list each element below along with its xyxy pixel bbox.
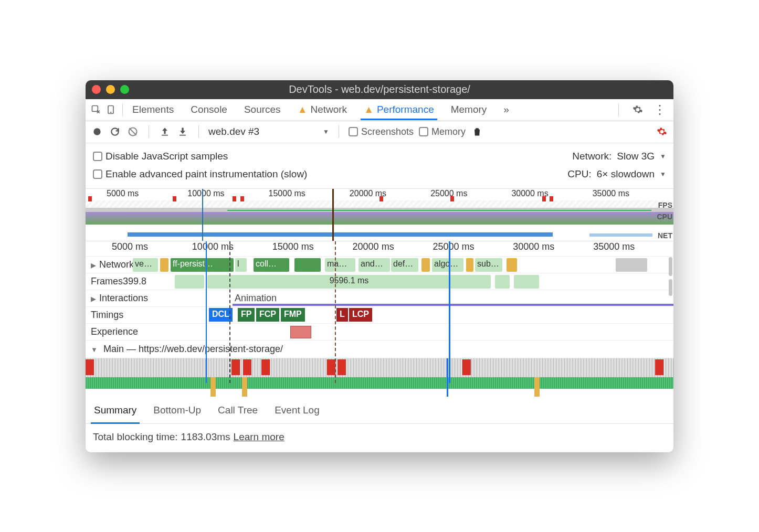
details-tabs: Summary Bottom-Up Call Tree Event Log xyxy=(86,397,673,424)
warning-icon: ▲ xyxy=(364,104,374,115)
timing-marker-fcp[interactable]: FCP xyxy=(256,308,279,322)
timing-marker-fp[interactable]: FP xyxy=(238,308,255,322)
timing-marker-lcp[interactable]: LCP xyxy=(349,308,372,322)
main-thread-header[interactable]: ▼ Main — https://web.dev/persistent-stor… xyxy=(86,340,673,358)
svg-point-3 xyxy=(93,128,100,135)
tab-summary[interactable]: Summary xyxy=(93,401,138,419)
tab-console[interactable]: Console xyxy=(189,100,228,120)
overview-lane-labels: FPS CPU NET xyxy=(657,199,672,241)
tab-event-log[interactable]: Event Log xyxy=(273,401,321,419)
tbt-label: Total blocking time: xyxy=(93,431,178,443)
reload-record-button[interactable] xyxy=(109,125,121,138)
capture-settings-gear-icon[interactable] xyxy=(656,125,668,138)
frames-track[interactable]: Frames399.8 ms 9596.1 ms xyxy=(86,273,673,290)
screenshots-checkbox[interactable]: Screenshots xyxy=(349,126,414,137)
net-overview-bar xyxy=(589,233,652,237)
tab-sources[interactable]: Sources xyxy=(243,100,282,120)
dropdown-triangle-icon: ▼ xyxy=(660,153,666,160)
tab-call-tree[interactable]: Call Tree xyxy=(217,401,259,419)
flamechart-pane[interactable]: 5000 ms10000 ms15000 ms20000 ms25000 ms3… xyxy=(86,241,673,397)
network-track[interactable]: ▶Network ve… ff-persist… l coll… ma… and… xyxy=(86,256,673,273)
experience-track[interactable]: Experience xyxy=(86,323,673,340)
main-flamechart[interactable] xyxy=(86,358,673,397)
window-titlebar: DevTools - web.dev/persistent-storage/ xyxy=(86,80,673,99)
tab-memory[interactable]: Memory xyxy=(450,100,488,120)
settings-gear-icon[interactable] xyxy=(630,102,645,117)
flamechart-ruler: 5000 ms10000 ms15000 ms20000 ms25000 ms3… xyxy=(86,241,673,256)
inspect-element-icon[interactable] xyxy=(89,102,103,117)
window-title: DevTools - web.dev/persistent-storage/ xyxy=(86,83,673,95)
tab-network[interactable]: ▲Network xyxy=(297,100,349,120)
summary-pane: Total blocking time: 1183.03ms Learn mor… xyxy=(86,424,673,452)
cpu-throttle-select[interactable]: CPU: 6× slowdown ▼ xyxy=(567,168,666,180)
timing-marker-fmp[interactable]: FMP xyxy=(281,308,305,322)
record-button[interactable] xyxy=(91,125,103,138)
net-overview-bar xyxy=(128,232,553,237)
devtools-tabbar: Elements Console Sources ▲Network ▲Perfo… xyxy=(86,99,673,121)
warning-icon: ▲ xyxy=(298,104,308,115)
network-throttle-select[interactable]: Network: Slow 3G ▼ xyxy=(572,151,666,162)
timings-track[interactable]: Timings DCLFPFCPFMPLLCP xyxy=(86,306,673,323)
scrollbar-thumb[interactable] xyxy=(669,279,672,296)
tab-performance[interactable]: ▲Performance xyxy=(363,100,435,120)
save-profile-icon[interactable] xyxy=(176,125,189,138)
svg-rect-7 xyxy=(180,135,186,136)
learn-more-link[interactable]: Learn more xyxy=(234,431,284,443)
expand-toggle-icon[interactable]: ▶ xyxy=(91,261,96,269)
tab-bottom-up[interactable]: Bottom-Up xyxy=(152,401,202,419)
disable-js-checkbox[interactable]: Disable JavaScript samples xyxy=(93,151,228,162)
overview-pane[interactable]: 5000 ms10000 ms15000 ms20000 ms25000 ms3… xyxy=(86,189,673,241)
layout-shift-marker[interactable] xyxy=(290,326,311,338)
tabs-overflow-button[interactable]: » xyxy=(502,100,510,120)
cpu-overview xyxy=(86,200,673,225)
cpu-label: CPU: xyxy=(567,168,591,180)
capture-settings-panel: Disable JavaScript samples Network: Slow… xyxy=(86,143,673,189)
dropdown-triangle-icon: ▼ xyxy=(660,171,666,178)
collapse-toggle-icon[interactable]: ▼ xyxy=(91,346,98,354)
memory-checkbox[interactable]: Memory xyxy=(419,126,466,137)
panel-tabs: Elements Console Sources ▲Network ▲Perfo… xyxy=(131,100,614,120)
device-toolbar-icon[interactable] xyxy=(103,102,118,117)
kebab-menu-icon[interactable]: ⋮ xyxy=(652,102,667,117)
delete-profile-icon[interactable] xyxy=(471,125,483,138)
enable-paint-checkbox[interactable]: Enable advanced paint instrumentation (s… xyxy=(93,168,307,180)
tbt-value: 1183.03ms xyxy=(181,431,230,443)
tab-elements[interactable]: Elements xyxy=(131,100,175,120)
interactions-track[interactable]: ▶Interactions Animation xyxy=(86,290,673,306)
profile-name: web.dev #3 xyxy=(208,126,259,137)
load-profile-icon[interactable] xyxy=(159,125,171,138)
profile-select[interactable]: web.dev #3 ▼ xyxy=(208,126,329,137)
svg-rect-6 xyxy=(162,135,168,136)
cpu-value: 6× slowdown xyxy=(597,168,655,180)
network-value: Slow 3G xyxy=(617,151,655,162)
interaction-label: Animation xyxy=(235,293,277,304)
devtools-window: DevTools - web.dev/persistent-storage/ E… xyxy=(86,80,673,452)
scrollbar-thumb[interactable] xyxy=(669,257,672,276)
network-label: Network: xyxy=(572,151,612,162)
timing-marker-l[interactable]: L xyxy=(336,308,348,322)
performance-toolbar: web.dev #3 ▼ Screenshots Memory xyxy=(86,121,673,143)
dropdown-triangle-icon: ▼ xyxy=(323,128,329,135)
timing-marker-dcl[interactable]: DCL xyxy=(209,308,233,322)
expand-toggle-icon[interactable]: ▶ xyxy=(91,295,96,303)
clear-button[interactable] xyxy=(126,125,139,138)
